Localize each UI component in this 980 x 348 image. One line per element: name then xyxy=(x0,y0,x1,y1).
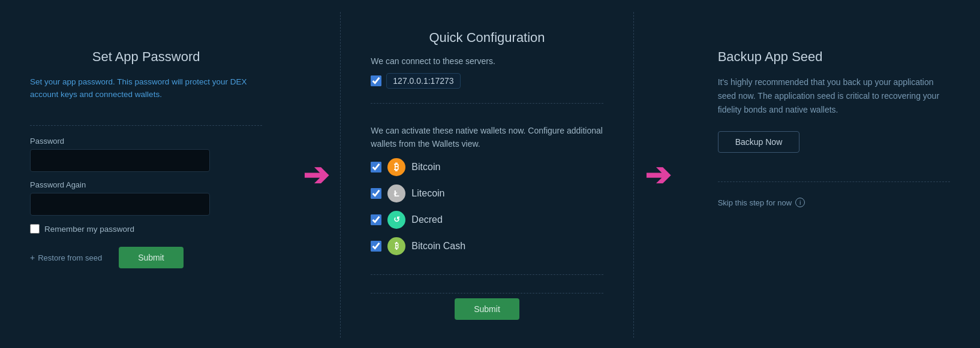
center-panel-title: Quick Configuration xyxy=(371,30,603,46)
divider-3 xyxy=(371,274,603,275)
remember-password-row: Remember my password xyxy=(30,224,134,234)
right-panel: Backup App Seed It's highly recommended … xyxy=(682,31,980,319)
bottom-row: + Restore from seed Submit xyxy=(30,247,184,268)
bitcoincash-icon: ₿ xyxy=(387,237,405,255)
main-container: Set App Password Set your app password. … xyxy=(0,0,980,348)
server-checkbox[interactable] xyxy=(371,75,381,86)
right-panel-title: Backup App Seed xyxy=(718,49,950,65)
left-submit-button[interactable]: Submit xyxy=(119,247,184,268)
wallet-item-litecoin: Ł Litecoin xyxy=(371,184,444,202)
bitcoincash-name: Bitcoin Cash xyxy=(411,241,465,252)
backup-description: It's highly recommended that you back up… xyxy=(718,75,950,117)
backup-now-button[interactable]: Backup Now xyxy=(718,131,800,153)
remember-password-label: Remember my password xyxy=(44,225,134,234)
center-submit-row: Submit xyxy=(371,293,603,320)
litecoin-checkbox[interactable] xyxy=(371,188,381,199)
left-panel-title: Set App Password xyxy=(30,49,262,65)
decred-name: Decred xyxy=(411,214,443,225)
remember-password-checkbox[interactable] xyxy=(30,224,40,234)
center-submit-button[interactable]: Submit xyxy=(455,298,519,320)
arrow-1-container: ➔ xyxy=(292,157,340,193)
left-panel: Set App Password Set your app password. … xyxy=(0,31,292,319)
wallet-item-bitcoincash: ₿ Bitcoin Cash xyxy=(371,237,465,255)
divider-2 xyxy=(371,103,603,104)
skip-label: Skip this step for now xyxy=(718,198,792,207)
skip-step-row[interactable]: Skip this step for now i xyxy=(718,198,805,207)
restore-label: Restore from seed xyxy=(38,253,102,262)
bitcoincash-checkbox[interactable] xyxy=(371,241,381,252)
left-panel-subtitle: Set your app password. This password wil… xyxy=(30,75,262,101)
password-input[interactable] xyxy=(30,149,210,172)
litecoin-name: Litecoin xyxy=(411,188,444,199)
password-again-input[interactable] xyxy=(30,193,210,216)
arrow-2-container: ➔ xyxy=(634,157,682,193)
bitcoin-icon: ₿ xyxy=(387,158,405,176)
bitcoin-name: Bitcoin xyxy=(411,162,440,173)
server-label: 127.0.0.1:17273 xyxy=(386,73,460,89)
wallet-item-decred: ↺ Decred xyxy=(371,211,443,229)
server-row: 127.0.0.1:17273 xyxy=(371,73,460,89)
divider-1 xyxy=(30,125,262,126)
decred-checkbox[interactable] xyxy=(371,214,381,225)
decred-icon: ↺ xyxy=(387,211,405,229)
divider-4 xyxy=(718,181,950,182)
restore-from-seed-button[interactable]: + Restore from seed xyxy=(30,253,102,262)
info-icon: i xyxy=(795,198,805,207)
litecoin-icon: Ł xyxy=(387,184,405,202)
connect-text: We can connect to these servers. xyxy=(371,56,495,66)
password-label: Password xyxy=(30,137,64,146)
subtitle-part1: Set your app password. xyxy=(30,77,117,86)
plus-icon: + xyxy=(30,253,35,262)
wallet-intro: We can activate these native wallets now… xyxy=(371,124,603,151)
wallet-item-bitcoin: ₿ Bitcoin xyxy=(371,158,440,176)
password-again-label: Password Again xyxy=(30,180,86,189)
center-panel: Quick Configuration We can connect to th… xyxy=(340,12,633,338)
arrow-2-icon: ➔ xyxy=(645,157,671,193)
arrow-1-icon: ➔ xyxy=(303,157,329,193)
bitcoin-checkbox[interactable] xyxy=(371,162,381,173)
